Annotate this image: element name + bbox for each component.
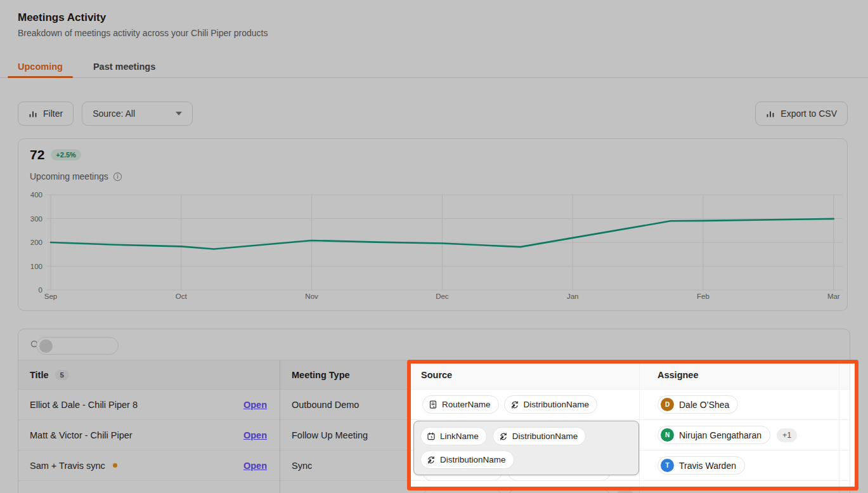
row-spacer — [839, 419, 850, 450]
source-cell: RouterName DistributionName — [410, 389, 639, 419]
upcoming-meetings-card: 72 +2.5% Upcoming meetings 0100200300400… — [18, 138, 848, 311]
svg-text:300: 300 — [30, 215, 42, 223]
export-button-label: Export to CSV — [781, 108, 837, 119]
svg-text:Sep: Sep — [44, 293, 57, 300]
meeting-type-cell: Outbound Demo — [280, 389, 410, 419]
svg-text:Mar: Mar — [827, 293, 840, 300]
tab-past-meetings[interactable]: Past meetings — [93, 56, 155, 77]
title-count-badge: 5 — [55, 370, 69, 380]
filter-button-label: Filter — [43, 108, 63, 119]
svg-text:400: 400 — [30, 191, 42, 199]
svg-text:Dec: Dec — [436, 293, 449, 300]
status-dot — [113, 463, 117, 468]
title-cell: Sam + Travis sync Open — [18, 450, 280, 480]
truncated-assignee-chip[interactable] — [36, 337, 119, 355]
avatar: T — [661, 459, 674, 472]
svg-text:Jan: Jan — [567, 293, 579, 300]
distribution-icon — [427, 456, 436, 464]
bar-chart-icon — [766, 109, 775, 118]
assignee-cell: D Dale O’Shea — [639, 389, 839, 419]
open-link[interactable]: Open — [243, 430, 267, 440]
source-chip-label: RouterName — [442, 400, 491, 409]
assignee-chip[interactable]: T Travis Warden — [657, 456, 745, 475]
assignee-overflow-badge[interactable]: +1 — [777, 428, 797, 442]
column-header-source[interactable]: Source — [410, 360, 639, 389]
meetings-table-card: Title 5 Meeting Type Source Assignee Ell… — [18, 329, 850, 493]
assignee-chip[interactable]: D Dale O’Shea — [657, 395, 738, 414]
stat-row: 72 +2.5% — [30, 147, 81, 162]
source-chip[interactable]: DistributionName — [493, 427, 586, 445]
meeting-type-cell — [280, 480, 410, 493]
table-search-row — [18, 329, 850, 360]
column-header-title-label: Title — [30, 370, 49, 380]
router-icon — [429, 400, 437, 409]
page-title: Meetings Activity — [18, 11, 106, 24]
title-cell: Matt & Victor - Chili Piper Open — [18, 419, 280, 450]
title-cell — [18, 480, 280, 493]
distribution-icon — [499, 432, 508, 441]
source-chip[interactable]: RouterName — [422, 395, 499, 414]
open-link[interactable]: Open — [243, 461, 267, 471]
assignee-cell: N Nirujan Gengatharan +1 — [639, 419, 839, 450]
link-icon — [427, 432, 436, 441]
info-circle-icon[interactable] — [113, 172, 122, 181]
source-chip-label: DistributionName — [512, 431, 578, 441]
meeting-title: Sam + Travis sync — [30, 461, 117, 471]
source-filter-dropdown[interactable]: Source: All — [82, 102, 193, 126]
tab-bar: Upcoming Past meetings — [0, 56, 868, 78]
source-chip[interactable]: DistributionName — [420, 450, 514, 469]
delta-badge: +2.5% — [51, 149, 81, 161]
source-chip-label: DistributionName — [524, 400, 590, 409]
column-header-spacer — [839, 360, 850, 389]
title-cell: Elliot & Dale - Chili Piper 8 Open — [18, 389, 280, 419]
assignee-name: Travis Warden — [679, 461, 736, 471]
meeting-title: Matt & Victor - Chili Piper — [30, 430, 133, 440]
svg-text:0: 0 — [39, 286, 42, 294]
table-row — [18, 480, 850, 493]
source-chip-label: LinkName — [440, 431, 479, 441]
tab-upcoming[interactable]: Upcoming — [18, 56, 63, 77]
meetings-line-chart: 0100200300400SepOctNovDecJanFebMar — [18, 188, 847, 305]
svg-text:100: 100 — [30, 263, 42, 270]
assignee-cell: T Travis Warden — [639, 450, 839, 480]
column-header-assignee[interactable]: Assignee — [639, 360, 839, 389]
open-link[interactable]: Open — [243, 400, 267, 410]
source-chip-label: DistributionName — [440, 455, 506, 464]
source-chip[interactable]: DistributionName — [504, 395, 598, 414]
column-header-meeting-type[interactable]: Meeting Type — [280, 360, 410, 389]
svg-text:Nov: Nov — [305, 293, 318, 300]
column-header-title[interactable]: Title 5 — [18, 360, 280, 389]
row-spacer — [839, 450, 850, 480]
toolbar: Filter Source: All Export to CSV — [18, 102, 848, 126]
svg-text:Feb: Feb — [697, 293, 709, 300]
assignee-chip[interactable]: N Nirujan Gengatharan — [657, 426, 770, 444]
source-filter-value: Source: All — [93, 108, 135, 119]
stat-label: Upcoming meetings — [30, 171, 122, 181]
distribution-icon — [510, 400, 519, 409]
stat-label-text: Upcoming meetings — [30, 171, 108, 181]
source-cell — [410, 480, 639, 493]
meeting-type-cell: Follow Up Meeting — [280, 419, 410, 450]
filter-button[interactable]: Filter — [18, 102, 74, 126]
row-spacer — [839, 389, 850, 419]
source-expanded-popover: LinkName DistributionName DistributionNa… — [413, 421, 639, 475]
avatar: D — [661, 398, 674, 411]
meeting-type-cell: Sync — [280, 450, 410, 480]
assignee-name: Nirujan Gengatharan — [679, 430, 761, 440]
svg-text:Oct: Oct — [176, 293, 188, 300]
avatar: N — [661, 428, 674, 442]
export-to-csv-button[interactable]: Export to CSV — [755, 102, 848, 126]
svg-text:200: 200 — [30, 239, 42, 246]
page-subtitle: Breakdown of meetings activity across yo… — [18, 28, 268, 38]
source-chip[interactable]: LinkName — [420, 427, 487, 445]
table-header-row: Title 5 Meeting Type Source Assignee — [18, 360, 850, 389]
meeting-title: Elliot & Dale - Chili Piper 8 — [30, 400, 138, 410]
caret-down-icon — [176, 112, 182, 115]
bar-chart-icon — [29, 109, 37, 118]
row-spacer — [839, 480, 850, 493]
assignee-name: Dale O’Shea — [679, 400, 729, 410]
upcoming-count: 72 — [30, 147, 44, 162]
assignee-cell — [639, 480, 839, 493]
truncated-overflow-badge — [616, 489, 634, 493]
truncated-source-chips[interactable] — [422, 489, 634, 493]
